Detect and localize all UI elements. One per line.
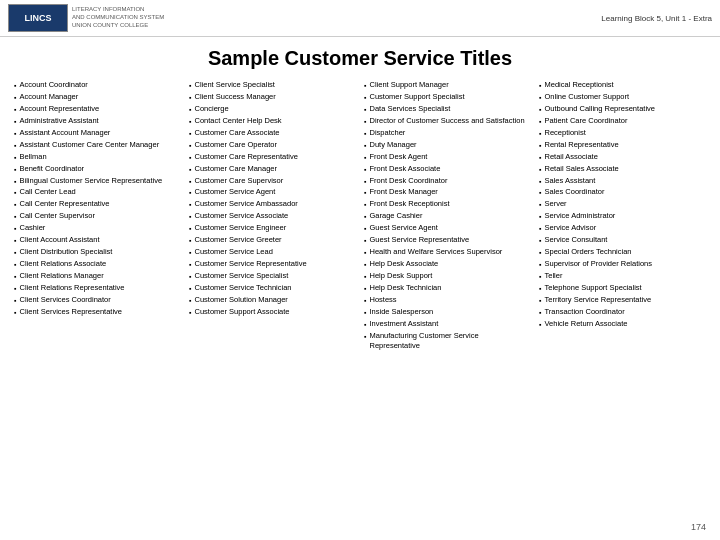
column-4-list: Medical ReceptionistOnline Customer Supp…	[539, 80, 706, 329]
item-text: Telephone Support Specialist	[544, 283, 641, 293]
list-item: Client Relations Manager	[14, 271, 181, 281]
column-4: Medical ReceptionistOnline Customer Supp…	[535, 80, 710, 352]
list-item: Concierge	[189, 104, 356, 114]
item-text: Client Relations Associate	[19, 259, 106, 269]
list-item: Duty Manager	[364, 140, 531, 150]
header-title: Learning Block 5, Unit 1 - Extra	[601, 14, 712, 23]
list-item: Sales Coordinator	[539, 187, 706, 197]
item-text: Inside Salesperson	[369, 307, 433, 317]
list-item: Client Support Manager	[364, 80, 531, 90]
item-text: Administrative Assistant	[19, 116, 98, 126]
item-text: Bilingual Customer Service Representativ…	[19, 176, 162, 186]
list-item: Bellman	[14, 152, 181, 162]
list-item: Customer Service Representative	[189, 259, 356, 269]
item-text: Vehicle Return Associate	[544, 319, 627, 329]
item-text: Dispatcher	[369, 128, 405, 138]
list-item: Front Desk Coordinator	[364, 176, 531, 186]
list-item: Dispatcher	[364, 128, 531, 138]
list-item: Customer Support Associate	[189, 307, 356, 317]
list-item: Customer Support Specialist	[364, 92, 531, 102]
item-text: Customer Solution Manager	[194, 295, 287, 305]
list-item: Client Relations Associate	[14, 259, 181, 269]
item-text: Customer Service Ambassador	[194, 199, 297, 209]
list-item: Account Representative	[14, 104, 181, 114]
list-item: Client Success Manager	[189, 92, 356, 102]
item-text: Client Relations Manager	[19, 271, 103, 281]
item-text: Cashier	[19, 223, 45, 233]
header-bar: LINCS LITERACY INFORMATION AND COMMUNICA…	[0, 0, 720, 37]
list-item: Call Center Supervisor	[14, 211, 181, 221]
item-text: Account Representative	[19, 104, 99, 114]
list-item: Benefit Coordinator	[14, 164, 181, 174]
list-item: Cashier	[14, 223, 181, 233]
list-item: Client Service Specialist	[189, 80, 356, 90]
list-item: Service Advisor	[539, 223, 706, 233]
item-text: Service Consultant	[544, 235, 607, 245]
list-item: Account Manager	[14, 92, 181, 102]
list-item: Retail Sales Associate	[539, 164, 706, 174]
item-text: Customer Service Representative	[194, 259, 306, 269]
list-item: Health and Welfare Services Supervisor	[364, 247, 531, 257]
item-text: Manufacturing Customer Service Represent…	[369, 331, 531, 351]
item-text: Patient Care Coordinator	[544, 116, 627, 126]
item-text: Supervisor of Provider Relations	[544, 259, 652, 269]
list-item: Territory Service Representative	[539, 295, 706, 305]
list-item: Front Desk Receptionist	[364, 199, 531, 209]
list-item: Supervisor of Provider Relations	[539, 259, 706, 269]
list-item: Garage Cashier	[364, 211, 531, 221]
page-number: 174	[691, 522, 706, 532]
item-text: Front Desk Coordinator	[369, 176, 447, 186]
item-text: Online Customer Support	[544, 92, 629, 102]
list-item: Manufacturing Customer Service Represent…	[364, 331, 531, 351]
item-text: Guest Service Representative	[369, 235, 469, 245]
item-text: Receptionist	[544, 128, 585, 138]
item-text: Customer Service Engineer	[194, 223, 286, 233]
list-item: Patient Care Coordinator	[539, 116, 706, 126]
list-item: Help Desk Associate	[364, 259, 531, 269]
item-text: Client Service Specialist	[194, 80, 274, 90]
item-text: Client Services Representative	[19, 307, 122, 317]
item-text: Territory Service Representative	[544, 295, 651, 305]
item-text: Account Coordinator	[19, 80, 87, 90]
item-text: Benefit Coordinator	[19, 164, 84, 174]
item-text: Transaction Coordinator	[544, 307, 624, 317]
item-text: Customer Service Technician	[194, 283, 291, 293]
item-text: Bellman	[19, 152, 46, 162]
list-item: Outbound Calling Representative	[539, 104, 706, 114]
item-text: Garage Cashier	[369, 211, 422, 221]
list-item: Customer Service Lead	[189, 247, 356, 257]
logo-subtitle: LITERACY INFORMATION AND COMMUNICATION S…	[72, 6, 164, 29]
list-item: Customer Care Operator	[189, 140, 356, 150]
list-item: Director of Customer Success and Satisfa…	[364, 116, 531, 126]
item-text: Medical Receptionist	[544, 80, 613, 90]
list-item: Assistant Customer Care Center Manager	[14, 140, 181, 150]
item-text: Retail Sales Associate	[544, 164, 618, 174]
list-item: Sales Assistant	[539, 176, 706, 186]
list-item: Hostess	[364, 295, 531, 305]
page-title-section: Sample Customer Service Titles	[0, 37, 720, 76]
item-text: Retail Associate	[544, 152, 597, 162]
list-item: Service Consultant	[539, 235, 706, 245]
item-text: Director of Customer Success and Satisfa…	[369, 116, 524, 126]
list-item: Customer Care Supervisor	[189, 176, 356, 186]
column-3-list: Client Support ManagerCustomer Support S…	[364, 80, 531, 351]
logo-area: LINCS LITERACY INFORMATION AND COMMUNICA…	[8, 4, 164, 32]
list-item: Call Center Representative	[14, 199, 181, 209]
item-text: Outbound Calling Representative	[544, 104, 655, 114]
item-text: Investment Assistant	[369, 319, 438, 329]
item-text: Front Desk Associate	[369, 164, 440, 174]
list-item: Transaction Coordinator	[539, 307, 706, 317]
item-text: Front Desk Agent	[369, 152, 427, 162]
list-item: Online Customer Support	[539, 92, 706, 102]
item-text: Client Relations Representative	[19, 283, 124, 293]
item-text: Hostess	[369, 295, 396, 305]
list-item: Customer Solution Manager	[189, 295, 356, 305]
item-text: Front Desk Receptionist	[369, 199, 449, 209]
item-text: Customer Service Agent	[194, 187, 275, 197]
list-item: Special Orders Technician	[539, 247, 706, 257]
item-text: Health and Welfare Services Supervisor	[369, 247, 502, 257]
list-item: Client Account Assistant	[14, 235, 181, 245]
list-item: Customer Care Manager	[189, 164, 356, 174]
item-text: Sales Assistant	[544, 176, 595, 186]
item-text: Customer Service Lead	[194, 247, 272, 257]
